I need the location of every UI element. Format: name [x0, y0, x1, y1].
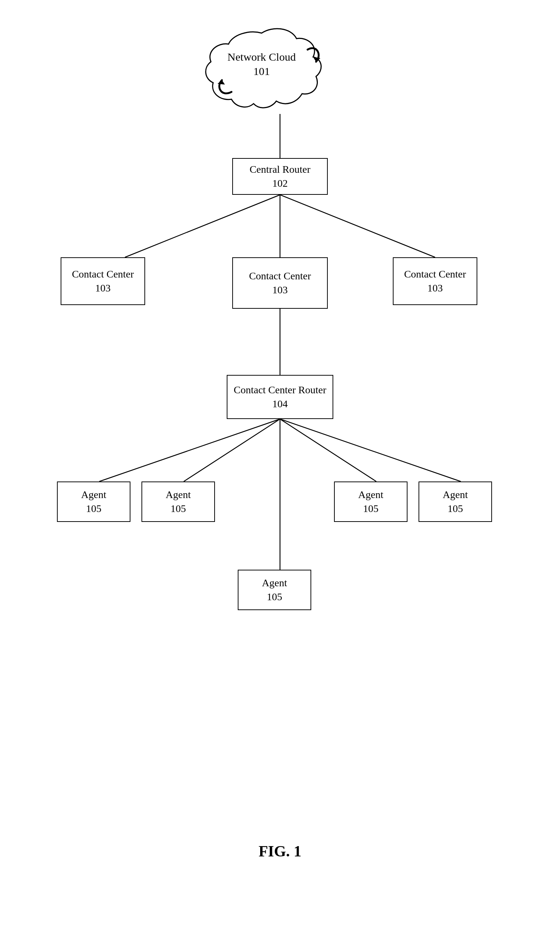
cc-right-label: Contact Center [404, 267, 466, 281]
contact-center-mid-node: Contact Center 103 [232, 257, 328, 309]
svg-line-3 [280, 195, 435, 257]
contact-center-right-box: Contact Center 103 [393, 257, 477, 305]
agent1-node: Agent 105 [57, 482, 131, 522]
agent2-number: 105 [171, 502, 186, 516]
contact-center-right-node: Contact Center 103 [393, 257, 477, 305]
connection-lines [0, 0, 560, 882]
svg-line-9 [280, 419, 461, 482]
fig-title: FIG. 1 [259, 843, 302, 860]
cc-mid-number: 103 [272, 283, 288, 297]
cc-left-number: 103 [95, 281, 111, 295]
agent5-label: Agent [443, 488, 468, 502]
agent2-label: Agent [166, 488, 191, 502]
agent5-number: 105 [448, 502, 463, 516]
contact-center-left-node: Contact Center 103 [61, 257, 145, 305]
agent3-number: 105 [267, 590, 282, 604]
cc-right-number: 103 [427, 281, 443, 295]
cc-router-node: Contact Center Router 104 [227, 375, 333, 419]
svg-line-8 [280, 419, 376, 482]
svg-line-6 [184, 419, 280, 482]
cc-router-box: Contact Center Router 104 [227, 375, 333, 419]
cloud-icon [199, 22, 324, 118]
figure-label: FIG. 1 [259, 843, 302, 860]
central-router-label: Central Router [249, 162, 311, 176]
agent2-node: Agent 105 [142, 482, 215, 522]
agent3-label: Agent [262, 576, 287, 590]
svg-line-1 [125, 195, 280, 257]
agent4-number: 105 [363, 502, 378, 516]
agent3-node: Agent 105 [238, 570, 311, 610]
cc-router-label: Contact Center Router [234, 383, 326, 397]
diagram: Network Cloud 101 Central Router 102 Con… [0, 0, 560, 882]
agent1-label: Agent [81, 488, 106, 502]
agent1-number: 105 [86, 502, 102, 516]
central-router-number: 102 [272, 176, 288, 190]
cc-mid-label: Contact Center [249, 269, 311, 283]
agent5-node: Agent 105 [418, 482, 492, 522]
agent3-box: Agent 105 [238, 570, 311, 610]
agent4-node: Agent 105 [334, 482, 408, 522]
central-router-box: Central Router 102 [232, 158, 328, 195]
agent4-box: Agent 105 [334, 482, 408, 522]
cc-left-label: Contact Center [72, 267, 134, 281]
central-router-node: Central Router 102 [232, 158, 328, 195]
cc-router-number: 104 [272, 397, 288, 411]
agent4-label: Agent [358, 488, 383, 502]
agent5-box: Agent 105 [418, 482, 492, 522]
network-cloud-node: Network Cloud 101 [199, 18, 324, 121]
agent2-box: Agent 105 [142, 482, 215, 522]
contact-center-mid-box: Contact Center 103 [232, 257, 328, 309]
contact-center-left-box: Contact Center 103 [61, 257, 145, 305]
agent1-box: Agent 105 [57, 482, 131, 522]
svg-line-5 [99, 419, 280, 482]
